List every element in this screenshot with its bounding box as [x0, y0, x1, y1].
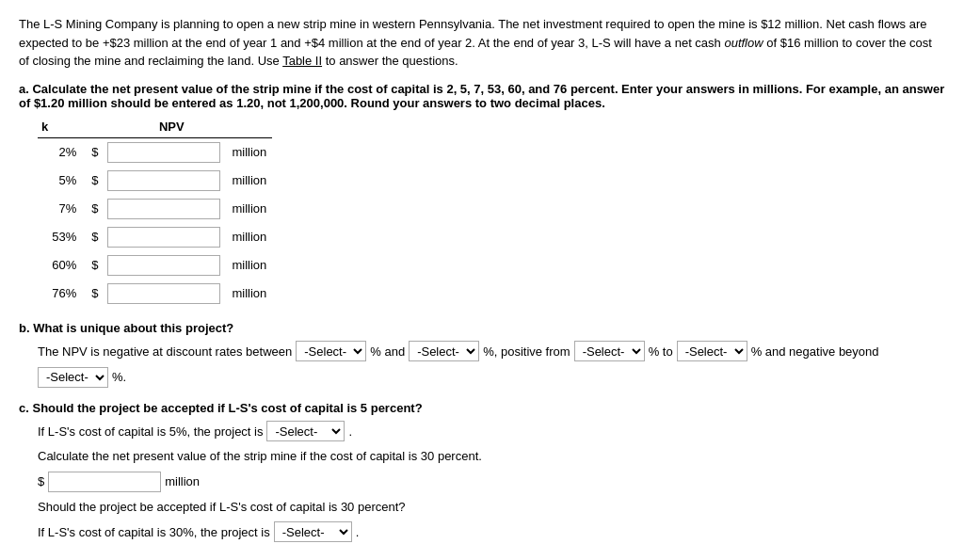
section-c-label: c. Should the project be accepted if L-S… — [19, 401, 945, 415]
dollar-sign: $ — [86, 223, 102, 251]
part-c-line1: If L-S's cost of capital is 5%, the proj… — [38, 421, 945, 441]
part-c-line3: $ million — [38, 472, 945, 492]
npv-input-2pct[interactable] — [107, 142, 220, 163]
part-c-period2: . — [356, 525, 360, 539]
part-b-content: The NPV is negative at discount rates be… — [38, 341, 945, 389]
select-positive-from[interactable]: -Select- 257536076 — [574, 341, 645, 361]
part-b-text2: % and — [370, 341, 405, 362]
table-row: 5% $ million — [38, 167, 272, 195]
dollar-sign: $ — [86, 195, 102, 223]
select-negative-beyond[interactable]: -Select- 257536076 — [38, 367, 108, 388]
section-b-label: b. What is unique about this project? — [19, 321, 945, 335]
rate-76pct: 76% — [38, 280, 86, 308]
part-b-text3: %, positive from — [483, 341, 570, 362]
part-b-line-1: The NPV is negative at discount rates be… — [38, 341, 945, 362]
section-c: c. Should the project be accepted if L-S… — [19, 401, 945, 542]
part-b-line-2: -Select- 257536076 %. — [38, 366, 945, 388]
section-b-question: What is unique about this project? — [33, 321, 233, 335]
npv-input-7pct[interactable] — [107, 199, 220, 219]
table-row: 60% $ million — [38, 251, 272, 280]
rate-5pct: 5% — [38, 167, 86, 195]
table-row: 2% $ million — [38, 137, 272, 167]
table-row: 7% $ million — [38, 195, 272, 223]
table-row: 53% $ million — [38, 223, 272, 251]
million-label: million — [226, 251, 272, 280]
col-header-k: k — [38, 118, 86, 138]
select-negative-low[interactable]: -Select- 257536076 — [296, 341, 366, 361]
col-header-npv: NPV — [86, 118, 272, 138]
rate-7pct: 7% — [38, 195, 86, 223]
million-label: million — [226, 223, 272, 251]
rate-2pct: 2% — [38, 137, 86, 167]
part-c-line2: Calculate the net present value of the s… — [38, 447, 945, 466]
part-b-text5: % and negative beyond — [751, 341, 879, 362]
section-a-label: a. Calculate the net present value of th… — [19, 82, 945, 110]
intro-paragraph: The L-S Mining Company is planning to op… — [19, 15, 945, 71]
part-c-text1: If L-S's cost of capital is 5%, the proj… — [38, 424, 263, 439]
section-b: b. What is unique about this project? Th… — [19, 321, 945, 389]
npv-input-60pct[interactable] — [107, 255, 220, 276]
part-c-million: million — [165, 474, 200, 488]
npv-input-76pct[interactable] — [107, 283, 220, 304]
dollar-sign: $ — [86, 251, 102, 280]
part-c-line4: Should the project be accepted if L-S's … — [38, 498, 945, 517]
npv-input-30pct[interactable] — [48, 472, 161, 492]
million-label: million — [226, 195, 272, 223]
million-label: million — [226, 280, 272, 308]
section-c-question: Should the project be accepted if L-S's … — [32, 401, 422, 415]
million-label: million — [226, 167, 272, 195]
intro-text-1: The L-S Mining Company is planning to op… — [19, 17, 932, 68]
part-c-text4: If L-S's cost of capital is 30%, the pro… — [38, 525, 270, 539]
rate-60pct: 60% — [38, 251, 86, 280]
million-label: million — [226, 137, 272, 167]
rate-53pct: 53% — [38, 223, 86, 251]
select-accept-5pct[interactable]: -Select- accepted rejected — [266, 421, 345, 441]
part-b-text6: %. — [112, 366, 126, 388]
part-c-period1: . — [348, 424, 352, 439]
npv-input-53pct[interactable] — [107, 227, 220, 248]
table-row: 76% $ million — [38, 280, 272, 308]
npv-table: k NPV 2% $ million 5% $ million 7% $ mil… — [38, 118, 272, 308]
part-c-content: If L-S's cost of capital is 5%, the proj… — [38, 421, 945, 542]
table-ii-link[interactable]: Table II — [282, 54, 322, 68]
dollar-sign: $ — [86, 280, 102, 308]
dollar-sign: $ — [86, 137, 102, 167]
select-positive-to[interactable]: -Select- 257536076 — [677, 341, 747, 361]
section-a: a. Calculate the net present value of th… — [19, 82, 945, 308]
part-c-dollar: $ — [38, 474, 44, 488]
part-b-text1: The NPV is negative at discount rates be… — [38, 341, 292, 362]
part-c-line5: If L-S's cost of capital is 30%, the pro… — [38, 521, 945, 542]
npv-input-5pct[interactable] — [107, 170, 220, 191]
select-accept-30pct[interactable]: -Select- accepted rejected — [274, 521, 352, 542]
select-negative-high[interactable]: -Select- 257536076 — [409, 341, 479, 361]
dollar-sign: $ — [86, 167, 102, 195]
part-b-text4: % to — [649, 341, 673, 362]
